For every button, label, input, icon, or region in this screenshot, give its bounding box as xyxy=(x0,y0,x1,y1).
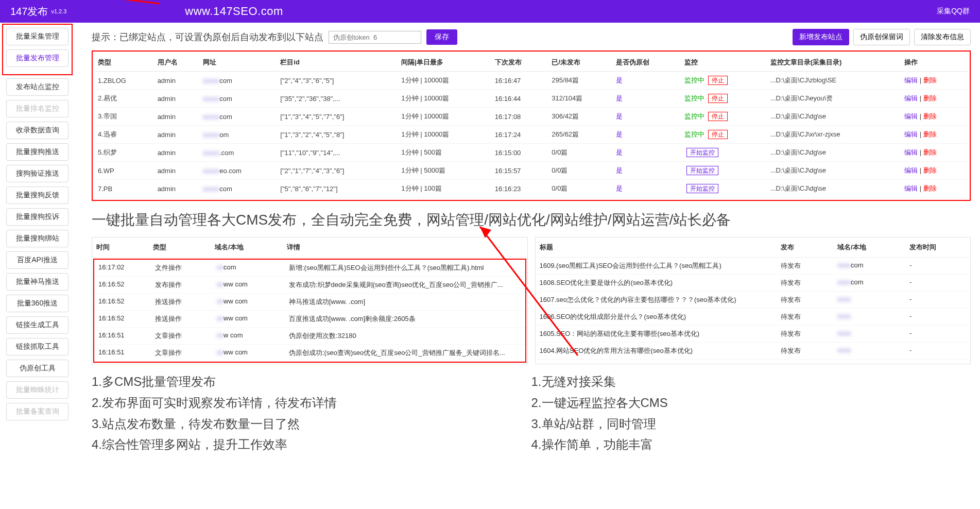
log-row: 16:16:51文章操作xxww com伪原创成功:(seo查询)seo优化_百… xyxy=(94,345,525,362)
delete-link[interactable]: 删除 xyxy=(923,130,937,138)
sidebar-highlight-box: 批量采集管理 批量发布管理 xyxy=(2,24,73,75)
table-row: 3.帝国adminxxxxxcom["1","3","4","5","7","6… xyxy=(95,108,968,126)
arrow-annotation-1 xyxy=(0,0,165,6)
edit-link[interactable]: 编辑 xyxy=(904,184,918,192)
table-row: 1.ZBLOGadminxxxxxcom["2","4","3","6","5"… xyxy=(95,72,968,90)
edit-link[interactable]: 编辑 xyxy=(904,166,918,174)
hint-row: 提示：已绑定站点，可设置伪原创后自动发布到以下站点 保存 新增发布站点 伪原创保… xyxy=(92,29,971,45)
sidebar-item-15[interactable]: 批量备案查询 xyxy=(6,403,68,420)
delete-link[interactable]: 删除 xyxy=(923,76,937,84)
start-monitor-button[interactable]: 开始监控 xyxy=(686,184,718,193)
sidebar-item-9[interactable]: 批量神马推送 xyxy=(6,273,68,291)
delete-link[interactable]: 删除 xyxy=(923,184,937,192)
sidebar-collect-manage[interactable]: 批量采集管理 xyxy=(6,28,68,45)
sidebar-item-10[interactable]: 批量360推送 xyxy=(6,295,68,312)
add-site-button[interactable]: 新增发布站点 xyxy=(793,29,849,45)
edit-link[interactable]: 编辑 xyxy=(904,76,918,84)
log-row: 1605.SEO：网站的基础优化主要有哪些(seo基本优化)待发布xxxx- xyxy=(536,326,971,343)
keep-words-button[interactable]: 伪原创保留词 xyxy=(853,29,910,45)
log-row: 16:16:52推送操作xxww com神马推送成功[www. .com] xyxy=(94,294,525,311)
sidebar-item-0[interactable]: 发布站点监控 xyxy=(6,78,68,96)
main: 提示：已绑定站点，可设置伪原创后自动发布到以下站点 保存 新增发布站点 伪原创保… xyxy=(82,23,980,468)
log-row: 1607.seo怎么优化？优化的内容主要包括哪些？？？(seo基本优化)待发布x… xyxy=(536,292,971,309)
edit-link[interactable]: 编辑 xyxy=(904,94,918,102)
svg-line-0 xyxy=(0,0,160,4)
sidebar-item-7[interactable]: 批量搜狗绑站 xyxy=(6,230,68,247)
table-row: 7.PBadminxxxxxcom["5","8","6","7","12"]1… xyxy=(95,180,968,198)
delete-link[interactable]: 删除 xyxy=(923,94,937,102)
sidebar-item-6[interactable]: 批量搜狗投诉 xyxy=(6,208,68,226)
version: v1.2.3 xyxy=(51,8,66,14)
sidebar-item-12[interactable]: 链接抓取工具 xyxy=(6,338,68,355)
sidebar-item-13[interactable]: 伪原创工具 xyxy=(6,360,68,377)
log-row: 16:16:52推送操作xxww com百度推送成功[www. .com]剩余额… xyxy=(94,311,525,328)
log-row: 16:16:52发布操作xxww com发布成功:织梦dede采集规则(seo查… xyxy=(94,277,525,294)
log-row: 1608.SEO优化主要是做什么的(seo基本优化)待发布xxxxcom- xyxy=(536,275,971,292)
stop-monitor-button[interactable]: 停止 xyxy=(708,130,728,139)
log-row: 1606.SEO的优化组成部分是什么？(seo基本优化)待发布xxxx- xyxy=(536,309,971,326)
table-row: 6.WPadminxxxxxeo.com["2","1","7","4","3"… xyxy=(95,162,968,180)
stop-monitor-button[interactable]: 停止 xyxy=(708,94,728,103)
bullets-left: 1.多CMS批量管理发布2.发布界面可实时观察发布详情，待发布详情3.站点发布数… xyxy=(92,371,531,455)
sidebar-item-8[interactable]: 百度API推送 xyxy=(6,251,68,269)
edit-link[interactable]: 编辑 xyxy=(904,148,918,156)
sidebar: 批量采集管理 批量发布管理 发布站点监控批量排名监控收录数据查询批量搜狗推送搜狗… xyxy=(0,23,75,430)
table-row: 4.迅睿adminxxxxxom["1","3","2","4","5","8"… xyxy=(95,126,968,144)
start-monitor-button[interactable]: 开始监控 xyxy=(686,148,718,157)
bullets-right: 1.无缝对接采集2.一键远程监控各大CMS3.单站/站群，同时管理4.操作简单，… xyxy=(531,371,971,455)
log-row: 16:16:51文章操作xxw com伪原创使用次数:32180 xyxy=(94,328,525,345)
headline: 一键批量自动管理各大CMS发布，全自动完全免费，网站管理/网站优化/网站维护/网… xyxy=(92,210,971,230)
qq-group-link[interactable]: 采集QQ群 xyxy=(937,7,970,16)
site-table: 类型用户名网址栏目id间隔|单日最多下次发布已/未发布是否伪原创监控监控文章目录… xyxy=(95,54,968,198)
sidebar-item-14[interactable]: 批量蜘蛛统计 xyxy=(6,381,68,399)
delete-link[interactable]: 删除 xyxy=(923,148,937,156)
sidebar-item-5[interactable]: 批量搜狗反馈 xyxy=(6,186,68,204)
log-row: 1604.网站SEO优化的常用方法有哪些(seo基本优化)待发布xxxx- xyxy=(536,343,971,360)
stop-monitor-button[interactable]: 停止 xyxy=(708,112,728,121)
token-input[interactable] xyxy=(329,31,421,44)
clear-info-button[interactable]: 清除发布信息 xyxy=(914,29,971,45)
sidebar-item-3[interactable]: 批量搜狗推送 xyxy=(6,143,68,161)
hint-text: 提示：已绑定站点，可设置伪原创后自动发布到以下站点 xyxy=(92,31,323,43)
log-left: 时间类型域名/本地详情 16:17:02文件操作xxcom新增:(seo黑帽工具… xyxy=(92,237,528,364)
log-row: 16:17:02文件操作xxcom新增:(seo黑帽工具)SEO会运用到些什么工… xyxy=(94,260,525,277)
sidebar-item-2[interactable]: 收录数据查询 xyxy=(6,122,68,139)
table-row: 2.易优adminxxxxxcom["35","2","36","38",...… xyxy=(95,90,968,108)
log-right: 标题发布域名/本地发布时间 1609.(seo黑帽工具)SEO会运用到些什么工具… xyxy=(535,237,971,364)
sidebar-item-11[interactable]: 链接生成工具 xyxy=(6,316,68,334)
log-row: 1609.(seo黑帽工具)SEO会运用到些什么工具？(seo黑帽工具)待发布x… xyxy=(536,258,971,275)
stop-monitor-button[interactable]: 停止 xyxy=(708,76,728,85)
edit-link[interactable]: 编辑 xyxy=(904,112,918,120)
delete-link[interactable]: 删除 xyxy=(923,166,937,174)
edit-link[interactable]: 编辑 xyxy=(904,130,918,138)
site-table-wrap: 类型用户名网址栏目id间隔|单日最多下次发布已/未发布是否伪原创监控监控文章目录… xyxy=(92,50,971,201)
sidebar-publish-manage[interactable]: 批量发布管理 xyxy=(6,49,68,67)
site-url: www.147SEO.com xyxy=(185,5,283,18)
start-monitor-button[interactable]: 开始监控 xyxy=(686,166,718,175)
save-button[interactable]: 保存 xyxy=(426,29,457,45)
table-row: 5.织梦adminxxxxx.com["11","10","9","14",..… xyxy=(95,144,968,162)
sidebar-item-4[interactable]: 搜狗验证推送 xyxy=(6,165,68,182)
delete-link[interactable]: 删除 xyxy=(923,112,937,120)
sidebar-item-1[interactable]: 批量排名监控 xyxy=(6,100,68,117)
logo: 147发布 xyxy=(10,5,48,19)
